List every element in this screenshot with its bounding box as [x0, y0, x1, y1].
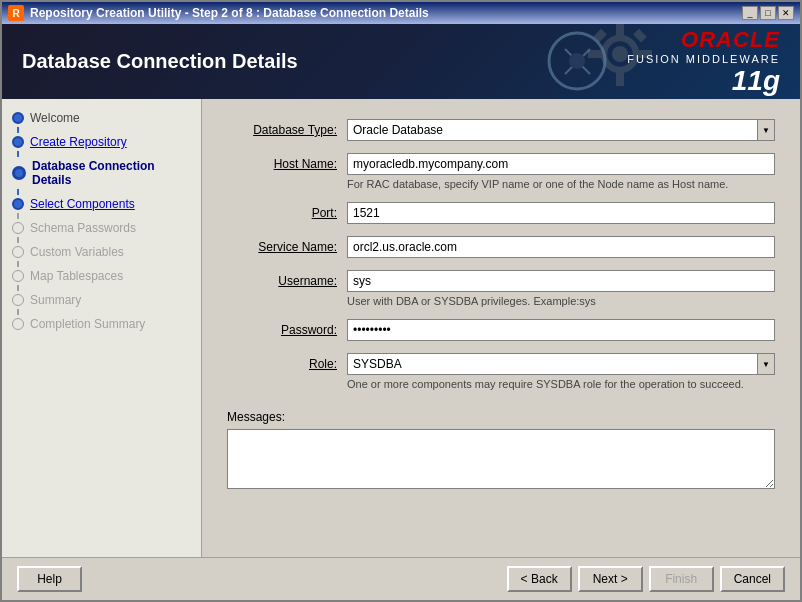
role-hint: One or more components may require SYSDB…: [347, 378, 775, 390]
step-dot-map-tablespaces: [12, 270, 24, 282]
password-row: Password:: [227, 319, 775, 341]
sidebar-label-map-tablespaces: Map Tablespaces: [30, 269, 123, 283]
host-name-input[interactable]: [347, 153, 775, 175]
username-input[interactable]: [347, 270, 775, 292]
sidebar-item-select-components[interactable]: Select Components: [7, 195, 196, 213]
footer: Help < Back Next > Finish Cancel: [2, 557, 800, 600]
svg-point-1: [612, 46, 628, 62]
minimize-button[interactable]: _: [742, 6, 758, 20]
password-label: Password:: [227, 319, 337, 337]
port-label: Port:: [227, 202, 337, 220]
host-name-right: For RAC database, specify VIP name or on…: [347, 153, 775, 190]
step-dot-custom-variables: [12, 246, 24, 258]
header-logo: ORACLE FUSION MIDDLEWARE 11g: [627, 27, 780, 97]
next-button[interactable]: Next >: [578, 566, 643, 592]
sidebar-item-database-connection: Database Connection Details: [7, 157, 196, 189]
messages-box[interactable]: [227, 429, 775, 489]
database-type-label: Database Type:: [227, 119, 337, 137]
service-name-input[interactable]: [347, 236, 775, 258]
step-dot-summary: [12, 294, 24, 306]
app-icon: R: [8, 5, 24, 21]
footer-right: < Back Next > Finish Cancel: [507, 566, 785, 592]
window-title: Repository Creation Utility - Step 2 of …: [30, 6, 429, 20]
sidebar-item-schema-passwords: Schema Passwords: [7, 219, 196, 237]
username-hint: User with DBA or SYSDBA privileges. Exam…: [347, 295, 775, 307]
password-right: [347, 319, 775, 341]
finish-button[interactable]: Finish: [649, 566, 714, 592]
database-type-select[interactable]: Oracle Database Microsoft SQL Server IBM…: [347, 119, 775, 141]
page-title: Database Connection Details: [22, 50, 298, 73]
oracle-brand: ORACLE: [681, 27, 780, 53]
sidebar-item-summary: Summary: [7, 291, 196, 309]
step-dot-create-repository: [12, 136, 24, 148]
role-label: Role:: [227, 353, 337, 371]
fusion-label: FUSION MIDDLEWARE: [627, 53, 780, 65]
host-name-hint: For RAC database, specify VIP name or on…: [347, 178, 775, 190]
username-label: Username:: [227, 270, 337, 288]
sidebar-label-completion-summary: Completion Summary: [30, 317, 145, 331]
step-dot-select-components: [12, 198, 24, 210]
svg-rect-3: [616, 70, 624, 86]
port-right: [347, 202, 775, 224]
oracle-logo-circle: [545, 29, 610, 94]
title-bar-left: R Repository Creation Utility - Step 2 o…: [8, 5, 429, 21]
messages-section: Messages:: [227, 410, 775, 492]
title-bar: R Repository Creation Utility - Step 2 o…: [2, 2, 800, 24]
sidebar: Welcome Create Repository Database Conne…: [2, 99, 202, 557]
sidebar-label-database-connection: Database Connection Details: [32, 159, 191, 187]
role-row: Role: SYSDBA DBA ▼ One or more component…: [227, 353, 775, 390]
svg-rect-2: [616, 24, 624, 38]
role-right: SYSDBA DBA ▼ One or more components may …: [347, 353, 775, 390]
back-button[interactable]: < Back: [507, 566, 572, 592]
sidebar-label-create-repository[interactable]: Create Repository: [30, 135, 127, 149]
service-name-label: Service Name:: [227, 236, 337, 254]
main-window: R Repository Creation Utility - Step 2 o…: [0, 0, 802, 602]
content-area: Welcome Create Repository Database Conne…: [2, 99, 800, 557]
step-dot-welcome: [12, 112, 24, 124]
sidebar-label-select-components[interactable]: Select Components: [30, 197, 135, 211]
username-row: Username: User with DBA or SYSDBA privil…: [227, 270, 775, 307]
cancel-button[interactable]: Cancel: [720, 566, 785, 592]
maximize-button[interactable]: □: [760, 6, 776, 20]
database-type-row: Database Type: Oracle Database Microsoft…: [227, 119, 775, 141]
host-name-row: Host Name: For RAC database, specify VIP…: [227, 153, 775, 190]
sidebar-label-schema-passwords: Schema Passwords: [30, 221, 136, 235]
service-name-right: [347, 236, 775, 258]
sidebar-item-custom-variables: Custom Variables: [7, 243, 196, 261]
sidebar-label-welcome: Welcome: [30, 111, 80, 125]
role-select-wrapper: SYSDBA DBA ▼: [347, 353, 775, 375]
sidebar-item-create-repository[interactable]: Create Repository: [7, 133, 196, 151]
main-content: Database Type: Oracle Database Microsoft…: [202, 99, 800, 557]
password-input[interactable]: [347, 319, 775, 341]
database-type-right: Oracle Database Microsoft SQL Server IBM…: [347, 119, 775, 141]
sidebar-label-summary: Summary: [30, 293, 81, 307]
database-type-select-wrapper: Oracle Database Microsoft SQL Server IBM…: [347, 119, 775, 141]
sidebar-item-welcome: Welcome: [7, 109, 196, 127]
port-row: Port:: [227, 202, 775, 224]
sidebar-steps: Welcome Create Repository Database Conne…: [7, 109, 196, 333]
version-label: 11g: [732, 65, 780, 97]
step-dot-completion-summary: [12, 318, 24, 330]
port-input[interactable]: [347, 202, 775, 224]
step-dot-schema-passwords: [12, 222, 24, 234]
username-right: User with DBA or SYSDBA privileges. Exam…: [347, 270, 775, 307]
close-button[interactable]: ✕: [778, 6, 794, 20]
window-controls[interactable]: _ □ ✕: [742, 6, 794, 20]
step-dot-database-connection: [12, 166, 26, 180]
sidebar-item-completion-summary: Completion Summary: [7, 315, 196, 333]
help-button[interactable]: Help: [17, 566, 82, 592]
sidebar-item-map-tablespaces: Map Tablespaces: [7, 267, 196, 285]
service-name-row: Service Name:: [227, 236, 775, 258]
host-name-label: Host Name:: [227, 153, 337, 171]
header-banner: Database Connection Details ORACLE FUSIO…: [2, 24, 800, 99]
svg-point-9: [569, 53, 585, 69]
role-select[interactable]: SYSDBA DBA: [347, 353, 775, 375]
messages-label: Messages:: [227, 410, 775, 424]
sidebar-label-custom-variables: Custom Variables: [30, 245, 124, 259]
